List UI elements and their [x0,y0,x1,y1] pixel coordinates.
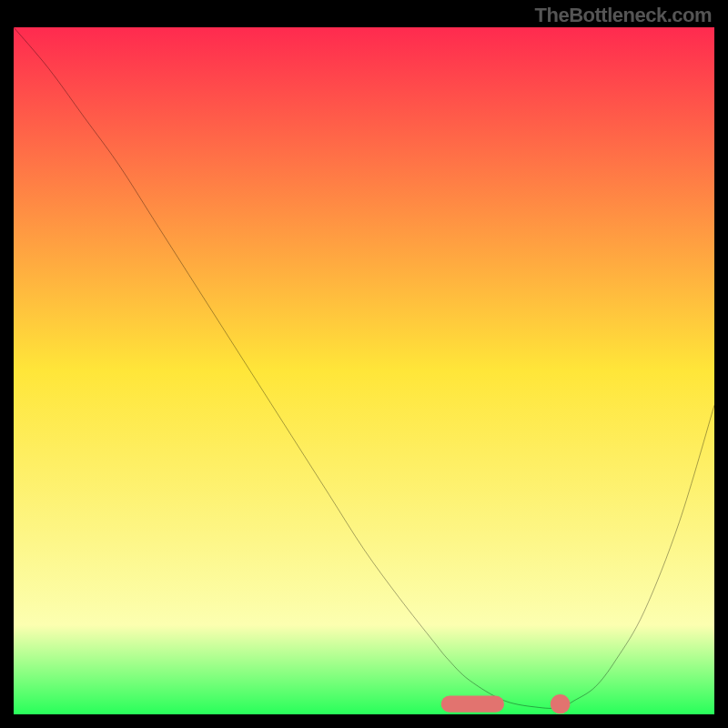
chart-svg [14,27,714,714]
chart-plot [14,27,714,714]
watermark-text: TheBottleneck.com [535,4,712,27]
flat-region-right [551,694,571,713]
flat-region-left [441,696,504,713]
gradient-background [14,27,714,714]
